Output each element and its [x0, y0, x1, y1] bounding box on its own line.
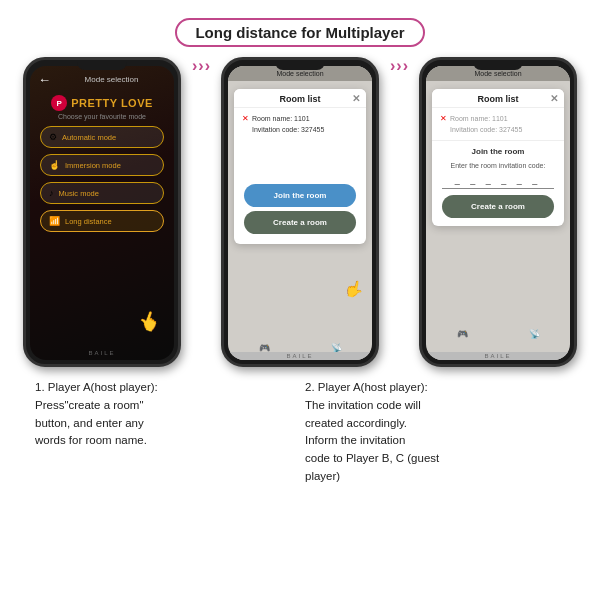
p3-room-details: Room name: 1101 Invitation code: 327455: [450, 113, 522, 135]
p2-invitation-code: Invitation code: 327455: [252, 124, 324, 135]
immersion-icon: ☝: [49, 160, 60, 170]
mode-automatic-label: Automatic mode: [62, 133, 116, 142]
p3-dialog: Room list ✕ ✕ Room name: 1101 Invitation…: [432, 89, 564, 226]
arrows2: › › ›: [379, 57, 419, 75]
p2-footer: BAILE: [228, 352, 372, 360]
p3-room-info: ✕ Room name: 1101 Invitation code: 32745…: [432, 108, 564, 140]
phone3-screen: Mode selection Room list ✕ ✕ Room name: …: [426, 66, 570, 360]
p1-finger-icon: 👆: [135, 307, 163, 335]
p2-room-info: ✕ Room name: 1101 Invitation code: 32745…: [234, 108, 366, 140]
p3-create-btn[interactable]: Create a room: [442, 195, 554, 218]
p3-enter-code-label: Enter the room invitation code:: [432, 160, 564, 171]
caption1-num: 1.: [35, 381, 45, 393]
p2-finger-icon: 👆: [343, 277, 366, 299]
back-arrow-icon: ←: [38, 72, 51, 87]
mode-automatic[interactable]: ⚙ Automatic mode: [40, 126, 164, 148]
chevron2: ›: [198, 57, 203, 75]
p2-dialog: Room list ✕ ✕ Room name: 1101 Invitation…: [234, 89, 366, 244]
caption2: 2. Player A(host player): The invitation…: [305, 379, 565, 486]
phone2: Mode selection Room list ✕ ✕ Room name: …: [221, 57, 379, 367]
caption2-body: Player A(host player): The invitation co…: [305, 381, 439, 482]
longdistance-icon: 📶: [49, 216, 60, 226]
p2-x-icon: ✕: [242, 113, 249, 126]
p2-room-name: Room name: 1101: [252, 113, 324, 124]
captions-row: 1. Player A(host player): Press"create a…: [0, 379, 600, 486]
arrows1: › › ›: [181, 57, 221, 75]
p3-gamepad-icon: 🎮: [457, 329, 468, 339]
mode-immersion-label: Immersion mode: [65, 161, 121, 170]
mode-music-label: Music mode: [59, 189, 99, 198]
p1-logo: P PRETTY LOVE: [30, 89, 174, 113]
p2-join-btn[interactable]: Join the room: [244, 184, 356, 207]
phone3-notch: [473, 60, 523, 70]
p1-subtitle: Choose your favourite mode: [30, 113, 174, 120]
phone3: Mode selection Room list ✕ ✕ Room name: …: [419, 57, 577, 367]
p1-modes: ⚙ Automatic mode ☝ Immersion mode ♪ Musi…: [30, 126, 174, 232]
p1-footer: BAILE: [30, 350, 174, 356]
mode-longdistance-label: Long distance: [65, 217, 112, 226]
arrows1-group: › › ›: [192, 57, 210, 75]
caption1-body: Player A(host player): Press"create a ro…: [35, 381, 158, 446]
p3-bottom-bar: 🎮 📡: [426, 326, 570, 342]
prettylove-icon: P: [51, 95, 67, 111]
p2-spacer: [234, 140, 366, 180]
chevron3: ›: [205, 57, 210, 75]
p3-x-icon: ✕: [440, 113, 447, 126]
phone1-screen: ← Mode selection P PRETTY LOVE Choose yo…: [30, 66, 174, 360]
chevron5: ›: [396, 57, 401, 75]
p1-title: Mode selection: [57, 75, 166, 84]
chevron1: ›: [192, 57, 197, 75]
phones-row: ← Mode selection P PRETTY LOVE Choose yo…: [0, 57, 600, 367]
p1-logo-text: PRETTY LOVE: [71, 97, 153, 109]
p2-room-details: Room name: 1101 Invitation code: 327455: [252, 113, 324, 135]
p3-close-icon[interactable]: ✕: [550, 93, 558, 104]
automatic-icon: ⚙: [49, 132, 57, 142]
mode-music[interactable]: ♪ Music mode: [40, 182, 164, 204]
p3-invitation-code: Invitation code: 327455: [450, 124, 522, 135]
chevron4: ›: [390, 57, 395, 75]
p3-footer: BAILE: [426, 352, 570, 360]
p2-dialog-title: Room list ✕: [234, 89, 366, 108]
mode-immersion[interactable]: ☝ Immersion mode: [40, 154, 164, 176]
phone2-notch: [275, 60, 325, 70]
p3-dialog-title: Room list ✕: [432, 89, 564, 108]
p2-close-icon[interactable]: ✕: [352, 93, 360, 104]
arrows2-group: › › ›: [390, 57, 408, 75]
page-title: Long distance for Multiplayer: [175, 18, 424, 47]
p3-room-name: Room name: 1101: [450, 113, 522, 124]
p3-remote-icon: 📡: [529, 329, 540, 339]
phone1-notch: [77, 60, 127, 70]
mode-longdistance[interactable]: 📶 Long distance: [40, 210, 164, 232]
caption1: 1. Player A(host player): Press"create a…: [35, 379, 295, 486]
p2-create-btn[interactable]: Create a room: [244, 211, 356, 234]
chevron6: ›: [403, 57, 408, 75]
p3-code-input[interactable]: _ _ _ _ _ _: [442, 175, 554, 189]
music-icon: ♪: [49, 188, 54, 198]
caption1-text: 1. Player A(host player): Press"create a…: [35, 381, 158, 446]
p3-join-section: Join the room: [432, 140, 564, 160]
phone2-screen: Mode selection Room list ✕ ✕ Room name: …: [228, 66, 372, 360]
phone2-wrapper: Mode selection Room list ✕ ✕ Room name: …: [221, 57, 379, 367]
phone1-wrapper: ← Mode selection P PRETTY LOVE Choose yo…: [23, 57, 181, 367]
caption2-num: 2.: [305, 381, 315, 393]
caption2-text: 2. Player A(host player): The invitation…: [305, 381, 439, 482]
phone1: ← Mode selection P PRETTY LOVE Choose yo…: [23, 57, 181, 367]
phone3-wrapper: Mode selection Room list ✕ ✕ Room name: …: [419, 57, 577, 367]
p3-code-dashes: _ _ _ _ _ _: [455, 175, 542, 185]
title-bar: Long distance for Multiplayer: [0, 18, 600, 47]
